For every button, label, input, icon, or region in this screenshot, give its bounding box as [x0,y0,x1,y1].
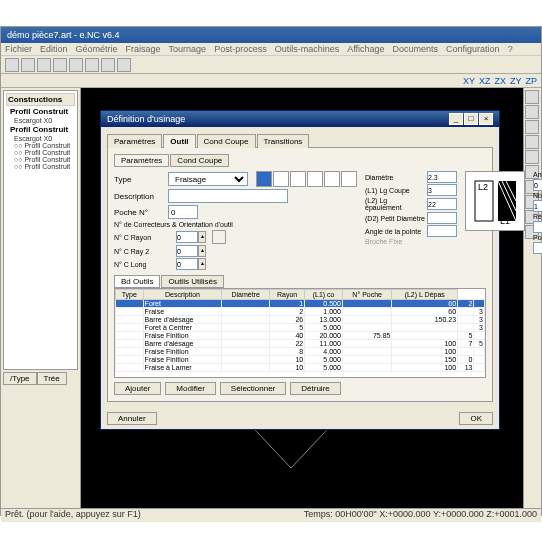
tooltype-icon[interactable] [273,171,289,187]
modifier-button[interactable]: Modifier [165,382,215,395]
description-input[interactable] [168,189,288,203]
col-header[interactable]: Type [116,290,144,300]
annuler-button[interactable]: Annuler [107,412,157,425]
porte-input[interactable] [533,242,542,254]
col-header[interactable]: (L2) L Dépas [392,290,458,300]
construction-tree[interactable]: Constructions Profil Construit Escargot … [3,90,78,370]
toolbar-button[interactable] [5,58,19,72]
tooltype-icon[interactable] [324,171,340,187]
table-row[interactable]: Foret à Centrer55.0003 [116,324,485,332]
tool-button[interactable] [525,150,539,164]
subtab-parametres[interactable]: Paramètres [114,154,169,167]
tab-tree[interactable]: Trée [37,372,67,385]
view-xz[interactable]: XZ [479,76,491,86]
tooltype-icon[interactable] [290,171,306,187]
nc-rayon-input[interactable] [176,231,198,243]
tooltype-icon[interactable] [341,171,357,187]
l2-input[interactable] [427,198,457,210]
tree-item[interactable]: ○○ Profil Construit [6,142,75,149]
close-button[interactable]: × [479,113,493,125]
table-row[interactable]: Foret10.500602 [116,300,485,308]
col-header[interactable]: (L1) co [305,290,343,300]
angle-or-input[interactable] [533,179,542,191]
tab-outils-utilises[interactable]: Outils Utilisés [161,275,223,288]
menu-item[interactable]: Configuration [446,44,500,54]
menu-item[interactable]: Post-process [214,44,267,54]
poche-input[interactable] [168,205,198,219]
col-header[interactable]: Description [143,290,222,300]
view-zx[interactable]: ZX [494,76,506,86]
nc-long-input[interactable] [176,258,198,270]
ajouter-button[interactable]: Ajouter [114,382,161,395]
spin-up-icon[interactable]: ▴ [198,245,206,257]
menu-item[interactable]: Fraisage [126,44,161,54]
tree-item[interactable]: ○○ Profil Construit [6,163,75,170]
l1-input[interactable] [427,184,457,196]
table-row[interactable]: Fraise Finition84.000100 [116,348,485,356]
toolbar-button[interactable] [21,58,35,72]
nc-ray2-input[interactable] [176,245,198,257]
col-header[interactable]: Diamètre [222,290,270,300]
col-header[interactable]: Rayon [269,290,304,300]
toolbar-button[interactable] [37,58,51,72]
menu-item[interactable]: Affichage [347,44,384,54]
toolbar-button[interactable] [85,58,99,72]
tree-item[interactable]: ○○ Profil Construit [6,156,75,163]
menu-item[interactable]: Fichier [5,44,32,54]
diametre-input[interactable] [427,171,457,183]
tab-transitions[interactable]: Transitions [257,134,310,148]
tooltype-icon[interactable] [256,171,272,187]
selectionner-button[interactable]: Sélectionner [220,382,286,395]
tool-button[interactable] [525,90,539,104]
type-select[interactable]: Fraisage [168,172,248,186]
view-zy[interactable]: ZY [510,76,522,86]
tooltype-icon[interactable] [307,171,323,187]
tree-item[interactable]: Profil Construit [6,106,75,117]
view-xy[interactable]: XY [463,76,475,86]
angle-input[interactable] [427,225,457,237]
d2-input[interactable] [427,212,457,224]
toolbar-button[interactable] [53,58,67,72]
table-row[interactable]: Fraise Finition105.0001500 [116,356,485,364]
tab-type[interactable]: /Type [3,372,37,385]
tree-subitem[interactable]: Escargot X0 [6,135,75,142]
table-row[interactable]: Barre d'alésage2211.00010075 [116,340,485,348]
view-zp[interactable]: ZP [525,76,537,86]
ok-button[interactable]: OK [459,412,493,425]
tree-item[interactable]: Profil Construit [6,124,75,135]
menu-item[interactable]: Documents [393,44,439,54]
toolbar-button[interactable] [101,58,115,72]
tab-outil[interactable]: Outil [163,134,195,148]
orient-icon[interactable] [212,230,226,244]
tab-parametres[interactable]: Paramètres [107,134,162,148]
nb-dents-input[interactable] [533,200,542,212]
tab-bd-outils[interactable]: Bd Outils [114,275,160,288]
table-row[interactable]: Fraise à Lamer105.00010013 [116,364,485,372]
tool-button[interactable] [525,105,539,119]
app-titlebar[interactable]: démo pièce7.art - e.NC v6.4 [1,27,541,43]
menu-item[interactable]: ? [508,44,513,54]
table-row[interactable]: Barre d'alésage2613.000150.233 [116,316,485,324]
table-row[interactable]: Fraise Finition4020.00075.855 [116,332,485,340]
minimize-button[interactable]: _ [449,113,463,125]
dialog-titlebar[interactable]: Définition d'usinage _ □ × [101,111,499,127]
col-header[interactable]: N° Poche [342,290,392,300]
tree-subitem[interactable]: Escargot X0 [6,117,75,124]
maximize-button[interactable]: □ [464,113,478,125]
tree-item[interactable]: ○○ Profil Construit [6,149,75,156]
tool-button[interactable] [525,120,539,134]
tab-cond-coupe[interactable]: Cond Coupe [197,134,256,148]
refr-input[interactable] [533,221,542,233]
menu-item[interactable]: Edition [40,44,68,54]
menu-item[interactable]: Outils-machines [275,44,340,54]
tool-button[interactable] [525,135,539,149]
toolbar-button[interactable] [117,58,131,72]
tools-table[interactable]: TypeDescriptionDiamètreRayon(L1) coN° Po… [114,288,486,378]
detruire-button[interactable]: Détruire [290,382,340,395]
menu-item[interactable]: Géométrie [76,44,118,54]
spin-up-icon[interactable]: ▴ [198,231,206,243]
subtab-cond[interactable]: Cond Coupe [170,154,229,167]
spin-up-icon[interactable]: ▴ [198,258,206,270]
toolbar-button[interactable] [69,58,83,72]
menu-item[interactable]: Tournage [169,44,207,54]
